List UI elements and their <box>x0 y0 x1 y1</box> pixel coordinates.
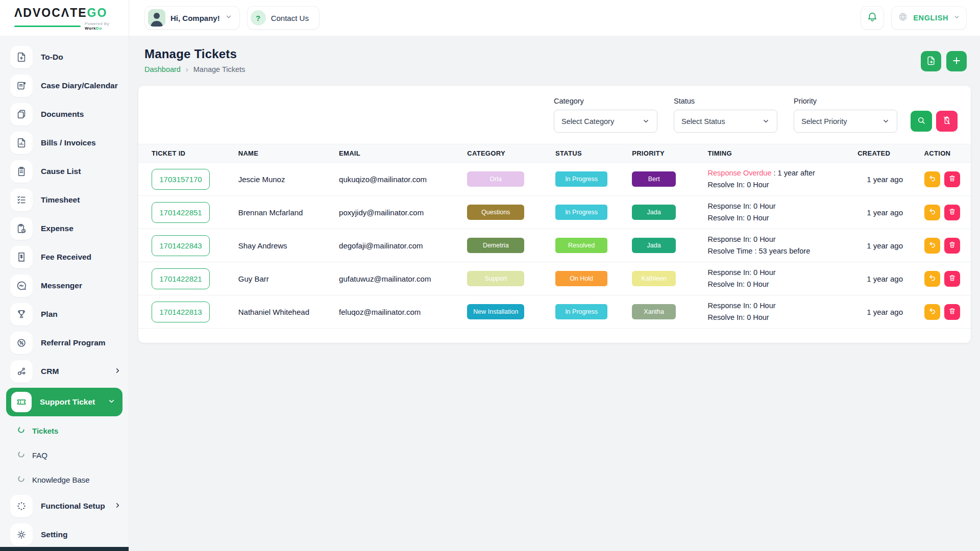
ticket-email: qukuqizo@mailinator.com <box>339 163 467 196</box>
column-header-ticket-id: Ticket Id <box>138 144 238 163</box>
sidebar-item-label: Cause List <box>41 167 121 176</box>
timing-cell: Response Overdue : 1 year after Resolve … <box>708 163 858 196</box>
ticket-id-button[interactable]: 1701422851 <box>152 202 210 223</box>
sidebar-item-setting[interactable]: Setting <box>0 520 129 547</box>
sidebar-item-documents[interactable]: Documents <box>0 100 129 129</box>
status-filter-label: Status <box>674 97 777 105</box>
sidebar-item-to-do[interactable]: To-Do <box>0 43 129 71</box>
logo-underline-bar <box>14 26 81 27</box>
cause-list-icon <box>10 160 33 183</box>
column-header-category: Category <box>467 144 555 163</box>
priority-badge: Bert <box>632 171 676 187</box>
ticket-email: gufatuwuz@mailinator.com <box>339 262 467 295</box>
reply-ticket-button[interactable] <box>924 304 940 320</box>
create-ticket-button[interactable] <box>946 51 967 71</box>
priority-select-value: Select Priority <box>801 117 847 126</box>
reply-icon <box>928 307 936 316</box>
chevron-down-icon <box>762 117 770 125</box>
reply-ticket-button[interactable] <box>924 238 940 254</box>
ticket-email: feluqoz@mailinator.com <box>339 295 467 329</box>
ticket-id-button[interactable]: 1701422821 <box>152 268 210 289</box>
response-overdue-label: Response Overdue <box>708 169 772 177</box>
breadcrumb: Dashboard › Manage Tickets <box>144 65 245 73</box>
sidebar-subitem-tickets[interactable]: Tickets <box>0 418 129 443</box>
column-header-name: Name <box>238 144 339 163</box>
category-badge: New Installation <box>467 304 524 319</box>
sidebar-item-case-diary-calendar[interactable]: Case Diary/Calendar <box>0 71 129 100</box>
status-select-value: Select Status <box>681 117 725 126</box>
reply-ticket-button[interactable] <box>924 205 940 220</box>
fee-received-icon <box>10 246 33 268</box>
export-tickets-button[interactable] <box>921 51 941 71</box>
account-menu[interactable]: Hi, Company! <box>144 6 240 30</box>
tickets-table: Ticket IdNameEmailCategoryStatusPriority… <box>138 144 971 329</box>
bell-icon <box>867 11 878 24</box>
reply-icon <box>928 274 936 283</box>
referral-program-icon <box>10 332 33 354</box>
delete-ticket-button[interactable] <box>944 304 960 320</box>
delete-ticket-button[interactable] <box>944 238 960 254</box>
expense-icon <box>10 217 33 240</box>
delete-ticket-button[interactable] <box>944 171 960 187</box>
language-selector[interactable]: ENGLISH <box>891 6 967 30</box>
chevron-down-icon <box>225 13 232 22</box>
page-title: Manage Tickets <box>144 47 245 61</box>
timing-cell: Response In: 0 Hour Resolve In: 0 Hour <box>708 295 858 329</box>
sidebar-item-label: Functional Setup <box>41 502 106 511</box>
status-select[interactable]: Select Status <box>674 110 777 133</box>
sidebar-item-functional-setup[interactable]: Functional Setup <box>0 492 129 520</box>
sidebar-item-label: To-Do <box>41 53 121 62</box>
ticket-name: Jescie Munoz <box>238 163 339 196</box>
priority-badge: Jada <box>632 238 676 253</box>
sidebar-item-label: CRM <box>41 367 106 376</box>
support-ticket-icon <box>11 392 32 412</box>
trash-icon <box>948 208 956 217</box>
sidebar-item-label: Bills / Invoices <box>41 138 121 147</box>
contact-us-button[interactable]: ? Contact Us <box>247 6 320 30</box>
category-badge: Questions <box>467 205 524 220</box>
apply-filters-button[interactable] <box>911 111 932 132</box>
ticket-id-button[interactable]: 1701422813 <box>152 302 210 322</box>
sidebar-item-plan[interactable]: Plan <box>0 300 129 329</box>
sidebar-item-timesheet[interactable]: Timesheet <box>0 186 129 214</box>
clear-filters-button[interactable] <box>936 111 958 132</box>
sidebar-item-messenger[interactable]: Messenger <box>0 271 129 300</box>
contact-us-label: Contact Us <box>271 14 312 22</box>
table-row: 1701422843 Shay Andrews degofaji@mailina… <box>138 229 971 262</box>
sidebar-subitem-faq[interactable]: FAQ <box>0 443 129 467</box>
sidebar-item-label: Timesheet <box>41 195 121 205</box>
delete-ticket-button[interactable] <box>944 205 960 220</box>
sidebar-item-cause-list[interactable]: Cause List <box>0 157 129 186</box>
category-select-value: Select Category <box>561 117 614 126</box>
reply-icon <box>928 208 936 217</box>
sidebar-item-crm[interactable]: CRM <box>0 357 129 386</box>
question-icon: ? <box>251 10 266 26</box>
sidebar-item-bills-invoices[interactable]: Bills / Invoices <box>0 129 129 157</box>
reply-ticket-button[interactable] <box>924 171 940 187</box>
sidebar-item-referral-program[interactable]: Referral Program <box>0 329 129 357</box>
priority-badge: Kathleen <box>632 271 676 286</box>
powered-by-label: Powered By WorkDo <box>85 21 119 31</box>
category-select[interactable]: Select Category <box>554 110 657 133</box>
timing-cell: Response In: 0 Hour Resolve In: 0 Hour <box>708 196 858 229</box>
sidebar-item-expense[interactable]: Expense <box>0 214 129 243</box>
column-header-timing: Timing <box>708 144 858 163</box>
sidebar-item-fee-received[interactable]: Fee Received <box>0 243 129 271</box>
created-label: 1 year ago <box>857 163 924 196</box>
ticket-id-button[interactable]: 1703157170 <box>152 169 210 190</box>
notifications-button[interactable] <box>861 6 884 30</box>
breadcrumb-dashboard-link[interactable]: Dashboard <box>144 65 181 73</box>
case-diary-calendar-icon <box>10 74 33 97</box>
sidebar-subitem-knowledge-base[interactable]: Knowledge Base <box>0 467 129 492</box>
sidebar-item-support-ticket[interactable]: Support Ticket <box>6 388 122 416</box>
reply-ticket-button[interactable] <box>924 271 940 287</box>
priority-select[interactable]: Select Priority <box>794 110 897 133</box>
delete-ticket-button[interactable] <box>944 271 960 287</box>
chevron-down-icon <box>953 13 960 22</box>
reply-icon <box>928 241 936 250</box>
avatar <box>148 9 165 27</box>
app-logo[interactable]: ΛDVOCΛTEGO Powered By WorkDo <box>0 0 129 36</box>
column-header-action: Action <box>924 144 971 163</box>
ticket-id-button[interactable]: 1701422843 <box>152 235 210 256</box>
sidebar-item-label: Expense <box>41 224 121 233</box>
